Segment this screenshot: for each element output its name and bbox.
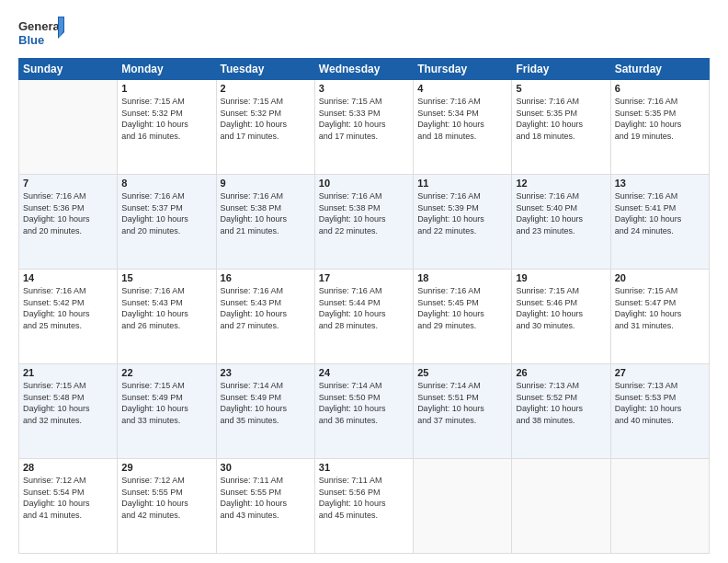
day-number: 14 (23, 272, 113, 283)
day-info: Sunrise: 7:16 AM Sunset: 5:38 PM Dayligh… (221, 190, 311, 236)
calendar-cell: 14Sunrise: 7:16 AM Sunset: 5:42 PM Dayli… (19, 270, 118, 364)
day-info: Sunrise: 7:15 AM Sunset: 5:47 PM Dayligh… (615, 285, 705, 331)
day-number: 6 (615, 83, 705, 94)
day-info: Sunrise: 7:15 AM Sunset: 5:32 PM Dayligh… (221, 96, 311, 142)
day-info: Sunrise: 7:11 AM Sunset: 5:55 PM Dayligh… (221, 475, 311, 521)
day-number: 3 (319, 83, 409, 94)
day-info: Sunrise: 7:15 AM Sunset: 5:46 PM Dayligh… (516, 285, 606, 331)
calendar-cell: 29Sunrise: 7:12 AM Sunset: 5:55 PM Dayli… (118, 459, 216, 554)
day-info: Sunrise: 7:16 AM Sunset: 5:43 PM Dayligh… (221, 285, 311, 331)
weekday-header-tuesday: Tuesday (216, 59, 314, 80)
day-info: Sunrise: 7:16 AM Sunset: 5:37 PM Dayligh… (121, 190, 211, 236)
calendar-cell: 20Sunrise: 7:15 AM Sunset: 5:47 PM Dayli… (610, 270, 709, 364)
calendar-cell: 6Sunrise: 7:16 AM Sunset: 5:35 PM Daylig… (610, 80, 709, 175)
day-number: 5 (516, 83, 606, 94)
weekday-header-wednesday: Wednesday (314, 59, 413, 80)
calendar-cell (19, 80, 118, 175)
calendar-cell: 8Sunrise: 7:16 AM Sunset: 5:37 PM Daylig… (118, 175, 216, 270)
calendar-cell (512, 459, 610, 554)
day-info: Sunrise: 7:14 AM Sunset: 5:50 PM Dayligh… (319, 380, 409, 426)
day-info: Sunrise: 7:16 AM Sunset: 5:45 PM Dayligh… (417, 285, 507, 331)
day-number: 31 (319, 462, 409, 473)
day-number: 8 (121, 178, 211, 189)
header: General Blue (18, 14, 710, 51)
day-info: Sunrise: 7:16 AM Sunset: 5:34 PM Dayligh… (417, 96, 507, 142)
calendar-cell: 2Sunrise: 7:15 AM Sunset: 5:32 PM Daylig… (216, 80, 314, 175)
day-number: 25 (417, 367, 507, 378)
day-number: 26 (516, 367, 606, 378)
weekday-header-thursday: Thursday (414, 59, 512, 80)
day-number: 19 (516, 272, 606, 283)
weekday-header-row: SundayMondayTuesdayWednesdayThursdayFrid… (19, 59, 710, 80)
day-info: Sunrise: 7:16 AM Sunset: 5:36 PM Dayligh… (23, 190, 113, 236)
calendar-cell: 25Sunrise: 7:14 AM Sunset: 5:51 PM Dayli… (414, 364, 512, 459)
calendar-cell: 13Sunrise: 7:16 AM Sunset: 5:41 PM Dayli… (610, 175, 709, 270)
calendar-cell: 17Sunrise: 7:16 AM Sunset: 5:44 PM Dayli… (314, 270, 413, 364)
calendar-cell: 27Sunrise: 7:13 AM Sunset: 5:53 PM Dayli… (610, 364, 709, 459)
weekday-header-monday: Monday (118, 59, 216, 80)
logo: General Blue (18, 14, 64, 51)
day-info: Sunrise: 7:16 AM Sunset: 5:44 PM Dayligh… (319, 285, 409, 331)
day-info: Sunrise: 7:15 AM Sunset: 5:32 PM Dayligh… (121, 96, 211, 142)
week-row-5: 28Sunrise: 7:12 AM Sunset: 5:54 PM Dayli… (19, 459, 710, 554)
day-info: Sunrise: 7:16 AM Sunset: 5:35 PM Dayligh… (615, 96, 705, 142)
calendar-cell: 12Sunrise: 7:16 AM Sunset: 5:40 PM Dayli… (512, 175, 610, 270)
calendar-cell: 7Sunrise: 7:16 AM Sunset: 5:36 PM Daylig… (19, 175, 118, 270)
day-number: 16 (221, 272, 311, 283)
day-number: 18 (417, 272, 507, 283)
day-number: 7 (23, 178, 113, 189)
day-number: 1 (121, 83, 211, 94)
weekday-header-saturday: Saturday (610, 59, 709, 80)
logo-icon: General Blue (18, 14, 64, 51)
day-number: 29 (121, 462, 211, 473)
page: General Blue SundayMondayTuesdayWednesda… (0, 0, 728, 563)
day-info: Sunrise: 7:15 AM Sunset: 5:33 PM Dayligh… (319, 96, 409, 142)
day-info: Sunrise: 7:16 AM Sunset: 5:39 PM Dayligh… (417, 190, 507, 236)
calendar-cell: 10Sunrise: 7:16 AM Sunset: 5:38 PM Dayli… (314, 175, 413, 270)
calendar-cell: 23Sunrise: 7:14 AM Sunset: 5:49 PM Dayli… (216, 364, 314, 459)
calendar-cell: 16Sunrise: 7:16 AM Sunset: 5:43 PM Dayli… (216, 270, 314, 364)
calendar-cell: 18Sunrise: 7:16 AM Sunset: 5:45 PM Dayli… (414, 270, 512, 364)
day-number: 20 (615, 272, 705, 283)
calendar-cell (610, 459, 709, 554)
day-number: 17 (319, 272, 409, 283)
calendar-cell: 31Sunrise: 7:11 AM Sunset: 5:56 PM Dayli… (314, 459, 413, 554)
calendar-cell: 4Sunrise: 7:16 AM Sunset: 5:34 PM Daylig… (414, 80, 512, 175)
calendar-cell: 22Sunrise: 7:15 AM Sunset: 5:49 PM Dayli… (118, 364, 216, 459)
day-number: 10 (319, 178, 409, 189)
day-number: 12 (516, 178, 606, 189)
day-info: Sunrise: 7:16 AM Sunset: 5:38 PM Dayligh… (319, 190, 409, 236)
day-number: 23 (221, 367, 311, 378)
day-number: 9 (221, 178, 311, 189)
calendar-cell: 9Sunrise: 7:16 AM Sunset: 5:38 PM Daylig… (216, 175, 314, 270)
calendar-cell: 24Sunrise: 7:14 AM Sunset: 5:50 PM Dayli… (314, 364, 413, 459)
day-info: Sunrise: 7:16 AM Sunset: 5:35 PM Dayligh… (516, 96, 606, 142)
week-row-2: 7Sunrise: 7:16 AM Sunset: 5:36 PM Daylig… (19, 175, 710, 270)
day-number: 11 (417, 178, 507, 189)
day-info: Sunrise: 7:16 AM Sunset: 5:43 PM Dayligh… (121, 285, 211, 331)
day-info: Sunrise: 7:15 AM Sunset: 5:49 PM Dayligh… (121, 380, 211, 426)
day-number: 28 (23, 462, 113, 473)
day-info: Sunrise: 7:16 AM Sunset: 5:40 PM Dayligh… (516, 190, 606, 236)
svg-text:General: General (18, 19, 63, 33)
calendar-cell: 28Sunrise: 7:12 AM Sunset: 5:54 PM Dayli… (19, 459, 118, 554)
day-number: 24 (319, 367, 409, 378)
day-number: 22 (121, 367, 211, 378)
day-info: Sunrise: 7:14 AM Sunset: 5:51 PM Dayligh… (417, 380, 507, 426)
day-number: 15 (121, 272, 211, 283)
day-number: 21 (23, 367, 113, 378)
day-number: 27 (615, 367, 705, 378)
calendar-cell: 21Sunrise: 7:15 AM Sunset: 5:48 PM Dayli… (19, 364, 118, 459)
day-info: Sunrise: 7:13 AM Sunset: 5:52 PM Dayligh… (516, 380, 606, 426)
day-info: Sunrise: 7:12 AM Sunset: 5:55 PM Dayligh… (121, 475, 211, 521)
day-info: Sunrise: 7:11 AM Sunset: 5:56 PM Dayligh… (319, 475, 409, 521)
calendar-cell: 11Sunrise: 7:16 AM Sunset: 5:39 PM Dayli… (414, 175, 512, 270)
calendar-table: SundayMondayTuesdayWednesdayThursdayFrid… (18, 58, 710, 554)
weekday-header-sunday: Sunday (19, 59, 118, 80)
day-number: 13 (615, 178, 705, 189)
day-info: Sunrise: 7:12 AM Sunset: 5:54 PM Dayligh… (23, 475, 113, 521)
day-number: 30 (221, 462, 311, 473)
day-info: Sunrise: 7:15 AM Sunset: 5:48 PM Dayligh… (23, 380, 113, 426)
day-info: Sunrise: 7:14 AM Sunset: 5:49 PM Dayligh… (221, 380, 311, 426)
day-number: 2 (221, 83, 311, 94)
